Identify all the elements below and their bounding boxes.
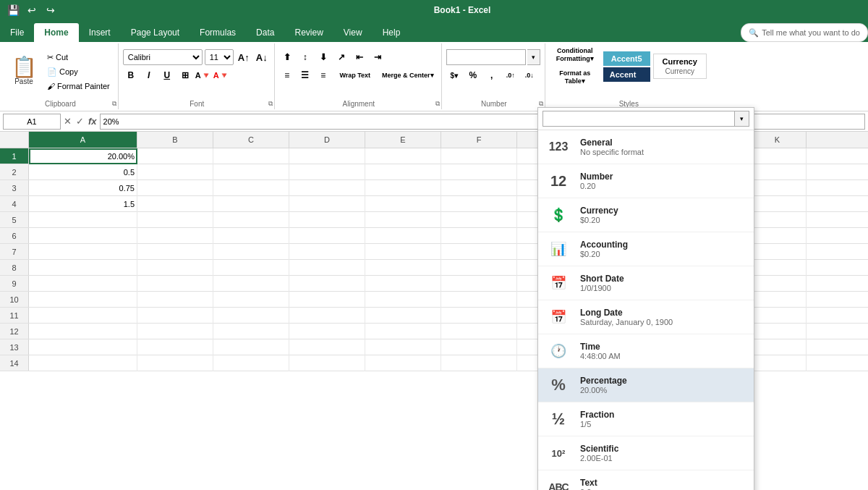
tab-data[interactable]: Data bbox=[246, 23, 284, 42]
font-family-select[interactable]: Calibri bbox=[123, 49, 203, 65]
list-item[interactable] bbox=[213, 244, 289, 260]
list-item[interactable] bbox=[213, 180, 289, 196]
list-item[interactable] bbox=[289, 292, 365, 308]
list-item[interactable] bbox=[29, 276, 137, 292]
bold-button[interactable]: B bbox=[123, 67, 139, 83]
align-center-button[interactable]: ☰ bbox=[297, 67, 313, 83]
list-item[interactable] bbox=[289, 260, 365, 276]
list-item[interactable] bbox=[213, 148, 289, 164]
list-item[interactable] bbox=[749, 276, 807, 292]
col-header-d[interactable]: D bbox=[289, 132, 365, 148]
format-item-time[interactable]: 🕐Time4:48:00 AM bbox=[538, 334, 754, 368]
format-search-arrow[interactable]: ▾ bbox=[735, 111, 749, 127]
row-header-3[interactable]: 3 bbox=[0, 180, 29, 195]
list-item[interactable] bbox=[137, 324, 213, 339]
row-header-7[interactable]: 7 bbox=[0, 244, 29, 259]
list-item[interactable] bbox=[137, 260, 213, 276]
list-item[interactable] bbox=[365, 276, 441, 292]
list-item[interactable] bbox=[441, 244, 517, 260]
align-left-button[interactable]: ≡ bbox=[279, 67, 295, 83]
currency-style-button[interactable]: Currency Currency bbox=[653, 54, 707, 79]
list-item[interactable] bbox=[441, 324, 517, 339]
list-item[interactable] bbox=[213, 196, 289, 212]
accounting-format-button[interactable]: $▾ bbox=[446, 67, 462, 83]
list-item[interactable] bbox=[365, 355, 441, 371]
list-item[interactable] bbox=[289, 324, 365, 339]
list-item[interactable] bbox=[29, 260, 137, 276]
list-item[interactable] bbox=[289, 276, 365, 292]
list-item[interactable] bbox=[749, 339, 807, 355]
list-item[interactable] bbox=[289, 164, 365, 180]
format-item-longdate[interactable]: 📅Long DateSaturday, January 0, 1900 bbox=[538, 300, 754, 334]
list-item[interactable] bbox=[749, 324, 807, 339]
list-item[interactable] bbox=[137, 212, 213, 228]
list-item[interactable] bbox=[137, 164, 213, 180]
list-item[interactable] bbox=[365, 148, 441, 164]
list-item[interactable]: 0.75 bbox=[29, 180, 137, 196]
row-header-9[interactable]: 9 bbox=[0, 276, 29, 291]
increase-font-button[interactable]: A↑ bbox=[236, 49, 252, 65]
list-item[interactable] bbox=[365, 292, 441, 308]
list-item[interactable] bbox=[213, 228, 289, 244]
list-item[interactable] bbox=[441, 196, 517, 212]
list-item[interactable] bbox=[213, 308, 289, 324]
list-item[interactable] bbox=[749, 212, 807, 228]
list-item[interactable] bbox=[29, 339, 137, 355]
clipboard-expand-icon[interactable]: ⧉ bbox=[112, 100, 116, 108]
format-search-input[interactable] bbox=[542, 111, 735, 127]
list-item[interactable] bbox=[213, 260, 289, 276]
format-item-accounting[interactable]: 📊Accounting $0.20 bbox=[538, 232, 754, 266]
list-item[interactable] bbox=[213, 212, 289, 228]
list-item[interactable] bbox=[441, 355, 517, 371]
align-middle-button[interactable]: ↕ bbox=[297, 49, 313, 65]
list-item[interactable] bbox=[749, 180, 807, 196]
row-header-8[interactable]: 8 bbox=[0, 260, 29, 275]
row-header-6[interactable]: 6 bbox=[0, 228, 29, 243]
list-item[interactable] bbox=[137, 228, 213, 244]
number-format-input[interactable] bbox=[446, 49, 526, 65]
list-item[interactable] bbox=[137, 355, 213, 371]
row-header-11[interactable]: 11 bbox=[0, 308, 29, 323]
tab-insert[interactable]: Insert bbox=[79, 23, 121, 42]
undo-qat-button[interactable]: ↩ bbox=[25, 3, 39, 17]
comma-button[interactable]: , bbox=[484, 67, 500, 83]
list-item[interactable] bbox=[289, 212, 365, 228]
list-item[interactable] bbox=[289, 228, 365, 244]
list-item[interactable] bbox=[749, 164, 807, 180]
list-item[interactable] bbox=[365, 324, 441, 339]
tab-view[interactable]: View bbox=[333, 23, 373, 42]
number-format-dropdown[interactable]: ▾ 123GeneralNo specific format12Number0.… bbox=[537, 107, 754, 371]
increase-decimal-button[interactable]: .0↑ bbox=[503, 67, 519, 83]
list-item[interactable] bbox=[749, 260, 807, 276]
format-item-general[interactable]: 123GeneralNo specific format bbox=[538, 130, 754, 164]
format-item-currency[interactable]: 💲Currency$0.20 bbox=[538, 198, 754, 232]
row-header-1[interactable]: 1 bbox=[0, 148, 29, 164]
list-item[interactable] bbox=[29, 324, 137, 339]
list-item[interactable] bbox=[365, 244, 441, 260]
merge-center-button[interactable]: Merge & Center▾ bbox=[379, 67, 437, 83]
col-header-e[interactable]: E bbox=[365, 132, 441, 148]
format-item-number[interactable]: 12Number0.20 bbox=[538, 164, 754, 198]
list-item[interactable] bbox=[749, 148, 807, 164]
list-item[interactable] bbox=[29, 355, 137, 371]
indent-decrease-button[interactable]: ⇤ bbox=[352, 49, 367, 65]
align-right-button[interactable]: ≡ bbox=[315, 67, 331, 83]
paste-button[interactable]: 📋 Paste bbox=[6, 50, 42, 93]
indent-increase-button[interactable]: ⇥ bbox=[370, 49, 386, 65]
list-item[interactable] bbox=[289, 244, 365, 260]
list-item[interactable] bbox=[441, 260, 517, 276]
tab-page-layout[interactable]: Page Layout bbox=[121, 23, 190, 42]
list-item[interactable] bbox=[137, 180, 213, 196]
row-header-14[interactable]: 14 bbox=[0, 355, 29, 371]
list-item[interactable] bbox=[441, 292, 517, 308]
list-item[interactable] bbox=[441, 228, 517, 244]
list-item[interactable] bbox=[365, 308, 441, 324]
list-item[interactable] bbox=[365, 212, 441, 228]
list-item[interactable] bbox=[365, 260, 441, 276]
decrease-font-button[interactable]: A↓ bbox=[254, 49, 270, 65]
list-item[interactable] bbox=[213, 355, 289, 371]
list-item[interactable] bbox=[441, 164, 517, 180]
list-item[interactable] bbox=[441, 180, 517, 196]
fill-color-button[interactable]: A🔻 bbox=[195, 67, 211, 83]
row-header-5[interactable]: 5 bbox=[0, 212, 29, 227]
